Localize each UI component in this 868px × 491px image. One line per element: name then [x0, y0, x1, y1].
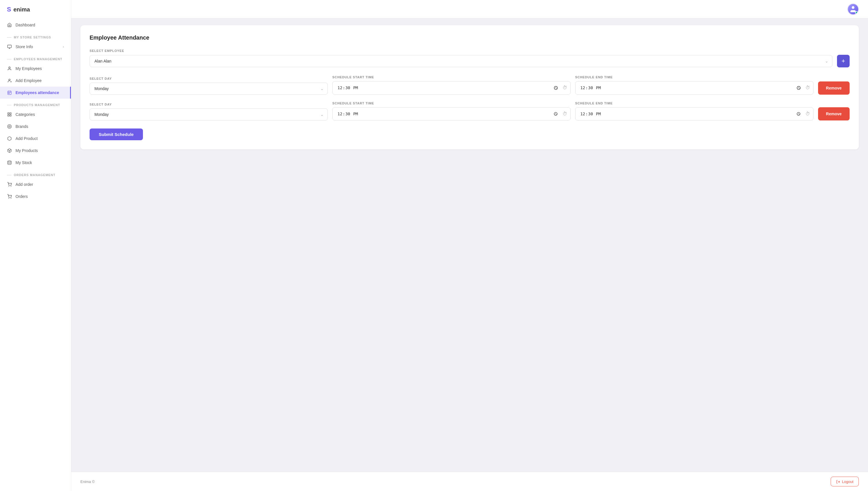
orders-icon: [7, 194, 12, 199]
sidebar-item-label: Add Product: [16, 136, 37, 141]
sidebar-item-brands[interactable]: Brands: [0, 120, 71, 133]
svg-point-24: [852, 6, 854, 9]
day-select-1[interactable]: Monday Tuesday Wednesday Thursday Friday…: [89, 83, 328, 95]
section-employees: EMPLOYEES MANAGEMENT: [0, 53, 71, 62]
sidebar-item-label: Orders: [16, 194, 28, 199]
end-time-label-2: SCHEDULE END TIME: [575, 102, 813, 105]
remove-col-1: Remove: [818, 82, 850, 95]
svg-rect-11: [9, 93, 9, 93]
end-time-col-1: SCHEDULE END TIME ⏱: [575, 76, 813, 95]
section-orders: ORDERS MANAGEMENT: [0, 169, 71, 178]
remove-button-2[interactable]: Remove: [818, 107, 850, 120]
sidebar-item-my-stock[interactable]: My Stock: [0, 156, 71, 169]
sidebar-item-my-products[interactable]: My Products: [0, 145, 71, 156]
sidebar-item-label: My Employees: [16, 66, 42, 71]
employee-attendance-card: Employee Attendance SELECT EMPLOYEE Alan…: [80, 25, 859, 149]
select-day-label-1: SELECT DAY: [89, 77, 328, 80]
sidebar-item-categories[interactable]: Categories: [0, 108, 71, 120]
sidebar-item-employees-attendance[interactable]: Employees attendance: [0, 87, 71, 99]
employee-select[interactable]: Alan Alan: [89, 55, 833, 67]
chevron-right-icon: ›: [63, 45, 64, 49]
end-time-label-1: SCHEDULE END TIME: [575, 76, 813, 79]
end-time-wrapper-2: ⏱: [575, 107, 813, 121]
svg-rect-12: [8, 113, 9, 114]
logout-icon: [836, 479, 840, 484]
footer: Enima © Logout: [71, 472, 868, 491]
sidebar-item-dashboard[interactable]: Dashboard: [0, 19, 71, 31]
sidebar-item-label: My Products: [16, 148, 38, 153]
day-col-2: SELECT DAY Monday Tuesday Wednesday Thur…: [89, 103, 328, 120]
svg-point-23: [11, 198, 11, 198]
page-title: Employee Attendance: [89, 34, 850, 41]
sidebar-item-orders[interactable]: Orders: [0, 191, 71, 202]
start-time-label-1: SCHEDULE START TIME: [332, 76, 571, 79]
end-time-wrapper-1: ⏱: [575, 81, 813, 95]
my-products-icon: [7, 148, 12, 153]
start-time-input-2[interactable]: [332, 107, 571, 121]
svg-point-21: [11, 186, 11, 186]
avatar[interactable]: [847, 3, 859, 15]
person-icon: [7, 66, 12, 71]
svg-point-17: [9, 126, 10, 127]
logout-button[interactable]: Logout: [831, 476, 859, 486]
calendar-icon: [7, 90, 12, 95]
svg-point-16: [7, 124, 11, 128]
end-time-col-2: SCHEDULE END TIME ⏱: [575, 102, 813, 121]
start-time-input-1[interactable]: [332, 81, 571, 95]
svg-point-3: [9, 67, 10, 68]
main-content: Employee Attendance SELECT EMPLOYEE Alan…: [71, 0, 868, 491]
start-time-wrapper-1: ⏱: [332, 81, 571, 95]
grid-icon: [7, 112, 12, 117]
schedule-row: SELECT DAY Monday Tuesday Wednesday Thur…: [89, 76, 850, 95]
sidebar-item-label: Add Employee: [16, 78, 42, 83]
section-products: PRODUCTS MANAGEMENT: [0, 99, 71, 108]
sidebar-item-store-info[interactable]: Store Info ›: [0, 41, 71, 53]
logout-label: Logout: [842, 480, 853, 484]
day-select-wrapper-2: Monday Tuesday Wednesday Thursday Friday…: [89, 108, 328, 120]
svg-rect-15: [10, 115, 11, 116]
start-time-col-1: SCHEDULE START TIME ⏱: [332, 76, 571, 95]
sidebar: S enima Dashboard MY STORE SETTINGS Stor…: [0, 0, 71, 491]
sidebar-item-label: Dashboard: [16, 23, 35, 27]
end-time-input-2[interactable]: [575, 107, 813, 121]
stock-icon: [7, 160, 12, 165]
remove-col-2: Remove: [818, 107, 850, 120]
svg-rect-0: [7, 45, 11, 48]
sidebar-item-add-order[interactable]: Add order: [0, 178, 71, 191]
schedule-rows-container: SELECT DAY Monday Tuesday Wednesday Thur…: [89, 76, 850, 120]
sidebar-item-my-employees[interactable]: My Employees: [0, 62, 71, 75]
employee-select-wrapper: Alan Alan ⌄: [89, 55, 833, 67]
start-time-col-2: SCHEDULE START TIME ⏱: [332, 102, 571, 121]
tag-icon: [7, 124, 12, 129]
sidebar-item-add-product[interactable]: Add Product: [0, 133, 71, 145]
day-select-wrapper-1: Monday Tuesday Wednesday Thursday Friday…: [89, 83, 328, 95]
sidebar-item-label: Categories: [16, 112, 35, 117]
svg-rect-13: [10, 113, 11, 114]
section-store-settings: MY STORE SETTINGS: [0, 31, 71, 41]
start-time-label-2: SCHEDULE START TIME: [332, 102, 571, 105]
start-time-wrapper-2: ⏱: [332, 107, 571, 121]
day-select-2[interactable]: Monday Tuesday Wednesday Thursday Friday…: [89, 108, 328, 120]
store-icon: [7, 44, 12, 49]
footer-copyright: Enima ©: [80, 480, 95, 484]
submit-schedule-button[interactable]: Submit Schedule: [89, 128, 143, 140]
page-area: Employee Attendance SELECT EMPLOYEE Alan…: [71, 18, 868, 472]
online-indicator: [855, 11, 858, 14]
cart-icon: [7, 182, 12, 187]
end-time-input-1[interactable]: [575, 81, 813, 95]
add-person-icon: [7, 78, 12, 83]
add-product-icon: [7, 136, 12, 141]
sidebar-item-label: My Stock: [16, 160, 32, 165]
sidebar-item-label: Store Info: [16, 45, 33, 49]
remove-button-1[interactable]: Remove: [818, 82, 850, 95]
logo: S enima: [0, 0, 71, 19]
day-col-1: SELECT DAY Monday Tuesday Wednesday Thur…: [89, 77, 328, 95]
sidebar-item-add-employee[interactable]: Add Employee: [0, 75, 71, 87]
logo-icon: S: [7, 6, 11, 13]
sidebar-item-label: Brands: [16, 124, 28, 129]
select-employee-section: SELECT EMPLOYEE Alan Alan ⌄ +: [89, 49, 850, 67]
add-row-button[interactable]: +: [837, 55, 850, 67]
sidebar-item-label: Add order: [16, 182, 33, 187]
schedule-row: SELECT DAY Monday Tuesday Wednesday Thur…: [89, 102, 850, 121]
select-employee-label: SELECT EMPLOYEE: [89, 49, 850, 53]
